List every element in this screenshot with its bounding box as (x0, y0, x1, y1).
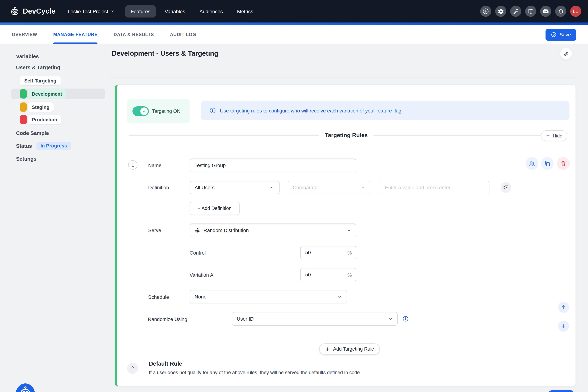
percent-suffix: % (347, 272, 352, 278)
nav-link-audiences[interactable]: Audiences (194, 5, 228, 17)
sidebar-item-users-targeting[interactable]: Users & Targeting (16, 64, 110, 71)
delete-rule-button[interactable] (557, 157, 570, 170)
status-label: Status (16, 142, 32, 150)
docs-button[interactable] (525, 6, 536, 17)
info-icon (209, 107, 216, 114)
add-targeting-rule-button[interactable]: Add Targeting Rule (319, 344, 380, 354)
check-circle-icon (551, 32, 556, 38)
toggle-check-icon (140, 107, 148, 115)
feature-tabbar: OVERVIEW MANAGE FEATURE DATA & RESULTS A… (0, 25, 588, 44)
sidebar-item-settings[interactable]: Settings (16, 155, 110, 162)
percent-suffix: % (347, 250, 352, 256)
schedule-select-value: None (194, 294, 206, 300)
sidebar-env-staging[interactable]: Staging (20, 102, 110, 112)
duplicate-rule-button[interactable] (541, 157, 554, 170)
serve-label: Serve (148, 228, 161, 233)
chevron-down-icon (338, 294, 342, 299)
targeting-toggle[interactable] (132, 106, 149, 116)
move-rule-down-button[interactable] (558, 320, 569, 332)
minus-icon (546, 134, 550, 138)
lock-icon (130, 366, 135, 371)
comparator-placeholder: Comparator (293, 184, 319, 190)
sliders-icon (194, 228, 200, 233)
randomize-using-select[interactable]: User ID (232, 312, 398, 326)
users-group-icon (528, 160, 536, 167)
sidebar-item-self-targeting[interactable]: Self-Targeting (20, 76, 61, 85)
tab-data-results[interactable]: DATA & RESULTS (114, 25, 154, 44)
default-rule-lock (127, 363, 138, 374)
devcycle-robot-icon (10, 6, 20, 16)
chevron-down-icon (347, 228, 351, 232)
hide-rules-button[interactable]: Hide (541, 130, 568, 141)
tab-overview[interactable]: OVERVIEW (12, 25, 37, 44)
default-rule-description: If a user does not qualify for any of th… (149, 370, 361, 375)
audience-select-value: All Users (194, 184, 214, 190)
serve-select-value: Random Distribution (204, 228, 249, 233)
key-icon (512, 8, 519, 14)
page-accent-bar (0, 22, 588, 25)
book-icon (528, 8, 534, 14)
chevron-down-icon (270, 185, 274, 190)
navbar-actions: LE (480, 6, 581, 17)
add-rule-label: Add Targeting Rule (333, 346, 374, 352)
clear-definition-button[interactable] (500, 182, 511, 193)
default-rule-title: Default Rule (149, 360, 182, 367)
copy-link-button[interactable] (560, 48, 572, 60)
project-name: Leslie Test Project (68, 8, 108, 14)
arrow-up-icon (560, 304, 566, 310)
chat-robot-icon (19, 386, 32, 392)
chevron-down-icon (360, 185, 365, 190)
arrow-down-icon (560, 323, 566, 329)
targeting-rules-title: Targeting Rules (325, 132, 368, 138)
project-selector[interactable]: Leslie Test Project (68, 8, 114, 14)
tab-audit-log[interactable]: AUDIT LOG (170, 25, 196, 44)
variation-a-label: Variation A (190, 272, 213, 278)
main-header: Development - Users & Targeting (110, 44, 576, 78)
save-button-label: Save (560, 32, 571, 38)
tab-manage-feature[interactable]: MANAGE FEATURE (53, 25, 98, 44)
rule-name-input[interactable] (190, 158, 356, 172)
nav-link-variables[interactable]: Variables (160, 5, 191, 17)
env-label: Development (28, 89, 66, 98)
app-window: DevCycle Leslie Test Project Features Va… (0, 0, 588, 392)
sticky-save-button[interactable] (548, 390, 574, 392)
sidebar-item-code-sample[interactable]: Code Sample (16, 130, 110, 137)
sidebar-item-variables[interactable]: Variables (16, 53, 110, 60)
feature-sidebar: Variables Users & Targeting Self-Targeti… (0, 44, 110, 162)
sidebar-env-production[interactable]: Production (20, 115, 110, 124)
randomize-info-icon[interactable] (402, 316, 409, 322)
chevron-down-icon (111, 9, 114, 13)
schedule-select[interactable]: None (190, 290, 347, 304)
api-keys-button[interactable] (510, 6, 521, 17)
serve-select[interactable]: Random Distribution (190, 224, 356, 237)
definition-value-input[interactable] (380, 181, 490, 194)
definition-label: Definition (148, 184, 169, 190)
support-chat-button[interactable] (16, 384, 35, 392)
discord-button[interactable] (540, 6, 551, 17)
targeting-rules-divider: Targeting Rules (129, 132, 564, 138)
notifications-button[interactable] (555, 6, 566, 17)
settings-button[interactable] (495, 6, 506, 17)
env-color-swatch (20, 102, 27, 112)
nav-link-metrics[interactable]: Metrics (232, 5, 258, 17)
convert-to-audience-button[interactable] (526, 157, 538, 170)
save-button[interactable]: Save (546, 29, 576, 40)
user-avatar[interactable]: LE (570, 6, 581, 17)
env-color-swatch (20, 89, 27, 98)
move-rule-up-button[interactable] (558, 302, 569, 313)
comparator-select[interactable]: Comparator (288, 181, 370, 194)
randomize-select-value: User ID (237, 316, 254, 322)
create-button[interactable] (480, 6, 491, 17)
randomize-using-label: Randomize Using (148, 316, 187, 322)
discord-icon (542, 8, 549, 15)
brand-logo[interactable]: DevCycle (10, 6, 56, 16)
targeting-toggle-panel: Targeting ON (127, 99, 190, 123)
add-definition-button[interactable]: + Add Definition (190, 202, 240, 215)
status-badge[interactable]: In Progress (36, 142, 71, 150)
audience-select[interactable]: All Users (190, 181, 280, 194)
control-label: Control (190, 250, 206, 256)
nav-link-features[interactable]: Features (125, 5, 156, 17)
name-label: Name (148, 162, 162, 168)
sidebar-env-development[interactable]: Development (11, 88, 105, 99)
plus-icon (325, 346, 330, 352)
